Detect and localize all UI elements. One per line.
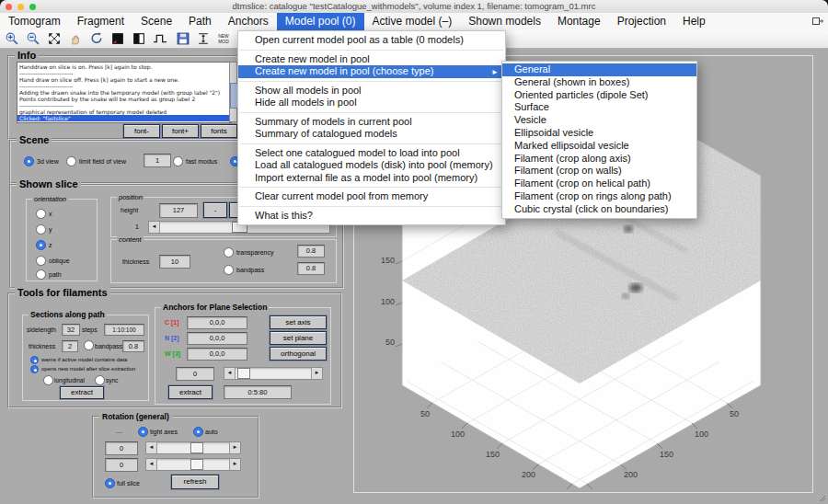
info-scrollbar[interactable]: [229, 62, 237, 122]
info-message-selected[interactable]: Clicked: "fastslice": [17, 115, 231, 121]
zoom-in-icon[interactable]: [5, 31, 19, 46]
contrast-dark-icon[interactable]: [110, 31, 125, 46]
transparency-field[interactable]: 0.8: [297, 245, 325, 258]
anchor-n-field[interactable]: 0,0,0: [187, 332, 247, 345]
orientation-oblique-radio[interactable]: [36, 256, 46, 266]
sec-bandpass-field[interactable]: 0.8: [122, 340, 144, 352]
sync-radio[interactable]: [95, 375, 105, 385]
scene-fast-modus-radio[interactable]: [173, 156, 183, 166]
submenu-item-oriented-particles[interactable]: Oriented particles (dipole Set): [502, 89, 696, 102]
contrast-split-icon[interactable]: [132, 31, 146, 46]
menu-shown-models[interactable]: Shown models: [460, 13, 549, 30]
menu-item-create-model-choose-type[interactable]: Create new model in pool (choose type) ►: [238, 65, 505, 78]
submenu-item-filament-crop-walls[interactable]: Filament (crop on walls): [502, 165, 696, 178]
menu-item-load-all-catalogued[interactable]: Load all catalogued models (disk) into p…: [238, 159, 505, 172]
menu-item-clear-pool[interactable]: Clear current model pool from memory: [238, 190, 505, 203]
orthogonal-button[interactable]: orthogonal: [270, 347, 327, 361]
menu-tomogram[interactable]: Tomogram: [0, 13, 69, 30]
font-minus-button[interactable]: font-: [123, 124, 160, 138]
rotation-slider2[interactable]: ◄ ►: [145, 458, 241, 471]
new-model-icon[interactable]: NEWMOD: [216, 31, 231, 46]
rotation-slider1[interactable]: ◄ ►: [145, 441, 241, 454]
longitudinal-radio[interactable]: [43, 375, 53, 385]
slider-right-arrow[interactable]: ►: [311, 368, 322, 379]
menu-item-show-all-models[interactable]: Show all models in pool: [238, 85, 505, 97]
sections-extract-button[interactable]: extract: [60, 386, 104, 399]
anchor-w-field[interactable]: 0,0,0: [187, 348, 247, 361]
menu-item-summary-catalogued[interactable]: Summary of catalogued models: [238, 128, 505, 141]
pan-hand-icon[interactable]: [68, 31, 83, 46]
orientation-z-radio[interactable]: [36, 240, 46, 250]
anchors-extract-button[interactable]: extract: [168, 385, 213, 399]
submenu-item-filament-helical-path[interactable]: Filament (crop on helical path): [502, 178, 696, 190]
menu-item-open-pool-table[interactable]: Open current model pool as a table (0 mo…: [238, 34, 505, 47]
fit-view-icon[interactable]: [47, 31, 62, 46]
menu-item-hide-all-models[interactable]: Hide all models in pool: [238, 97, 505, 109]
thickness-field[interactable]: 10: [159, 255, 190, 269]
set-axis-button[interactable]: set axis: [270, 315, 327, 329]
menu-item-import-external-file[interactable]: Import external file as a model into poo…: [238, 172, 505, 185]
info-listbox[interactable]: Handdraw on slice is on. Press [k] again…: [17, 62, 232, 123]
menu-projection[interactable]: Projection: [609, 13, 674, 30]
slider-right-arrow[interactable]: ►: [229, 442, 240, 453]
sec-thickness-field[interactable]: 2: [62, 340, 78, 352]
bandpass-radio[interactable]: [224, 265, 234, 275]
sec-bandpass-radio[interactable]: [84, 340, 94, 350]
auto-radio[interactable]: [193, 427, 203, 437]
menu-model-pool[interactable]: Model pool (0): [277, 13, 364, 30]
submenu-item-general[interactable]: General: [502, 63, 696, 76]
plane-slider[interactable]: ◄ ►: [224, 367, 323, 380]
menu-item-what-is-this[interactable]: What is this?: [238, 210, 505, 223]
slider-left-arrow[interactable]: ◄: [224, 368, 236, 379]
menu-item-summary-current-pool[interactable]: Summary of models in current pool: [238, 116, 505, 129]
submenu-item-general-boxes[interactable]: General (shown in boxes): [502, 76, 696, 89]
warns-checkbox[interactable]: [30, 356, 39, 364]
font-plus-button[interactable]: font+: [162, 124, 199, 138]
set-plane-button[interactable]: set plane: [270, 331, 327, 345]
submenu-item-vesicle[interactable]: Vesicle: [502, 114, 696, 127]
rotation-value2-field[interactable]: 0: [105, 458, 138, 472]
menu-scene[interactable]: Scene: [132, 13, 180, 30]
anchors-range-field[interactable]: 0:5:80: [224, 385, 292, 399]
bandpass-field[interactable]: 0.8: [297, 262, 325, 275]
save-icon[interactable]: [176, 31, 190, 46]
slider-thumb[interactable]: [190, 459, 203, 470]
menu-fragment[interactable]: Fragment: [69, 13, 132, 30]
menu-path[interactable]: Path: [180, 13, 220, 30]
slider-left-arrow[interactable]: ◄: [146, 459, 157, 470]
height-minus-button[interactable]: -: [203, 202, 227, 218]
rotation-value1-field[interactable]: 0: [105, 441, 138, 455]
full-slice-radio[interactable]: [105, 478, 115, 488]
tight-axes-radio[interactable]: [138, 427, 148, 437]
submenu-item-filament-rings[interactable]: Filament (crop on rings along path): [502, 190, 696, 203]
submenu-item-ellipsoidal-vesicle[interactable]: Ellipsoidal vesicle: [502, 127, 696, 140]
plane-offset-field[interactable]: 0: [176, 367, 214, 381]
submenu-item-filament-crop-axis[interactable]: Filament (crop along axis): [502, 153, 696, 166]
fonts-button[interactable]: fonts: [201, 124, 237, 138]
orientation-y-radio[interactable]: [36, 224, 46, 235]
resize-grip[interactable]: [817, 493, 826, 502]
orientation-x-radio[interactable]: [36, 209, 46, 219]
refresh-button[interactable]: refresh: [171, 475, 219, 489]
slider-left-arrow[interactable]: ◄: [149, 222, 160, 233]
opens-checkbox[interactable]: [30, 365, 39, 373]
scene-3d-view-radio[interactable]: [24, 156, 34, 166]
menu-help[interactable]: Help: [674, 13, 714, 30]
menu-anchors[interactable]: Anchors: [220, 13, 277, 30]
orientation-path-radio[interactable]: [36, 269, 46, 280]
slider-right-arrow[interactable]: ►: [229, 459, 240, 470]
slider-thumb[interactable]: [190, 442, 203, 453]
submenu-item-cubic-crystal[interactable]: Cubic crystal (click on boundaries): [502, 203, 696, 216]
steps-field[interactable]: 1:10:100: [104, 324, 144, 336]
menu-item-select-catalogued-model[interactable]: Select one catalogued model to load into…: [238, 147, 505, 160]
rotate-3d-icon[interactable]: [89, 31, 104, 46]
dock-figure-icon[interactable]: [811, 15, 824, 30]
transparency-radio[interactable]: [224, 247, 234, 258]
submenu-item-marked-ellipsoidal-vesicle[interactable]: Marked ellipsoidal vesicle: [502, 140, 696, 153]
sidelength-field[interactable]: 32: [62, 324, 80, 336]
scene-fov-field[interactable]: 1: [144, 154, 171, 167]
slider-left-arrow[interactable]: ◄: [146, 442, 157, 453]
height-field[interactable]: 127: [159, 203, 198, 218]
anchor-c-field[interactable]: 0,0,0: [187, 316, 247, 329]
menu-item-create-model[interactable]: Create new model in pool: [238, 53, 505, 66]
